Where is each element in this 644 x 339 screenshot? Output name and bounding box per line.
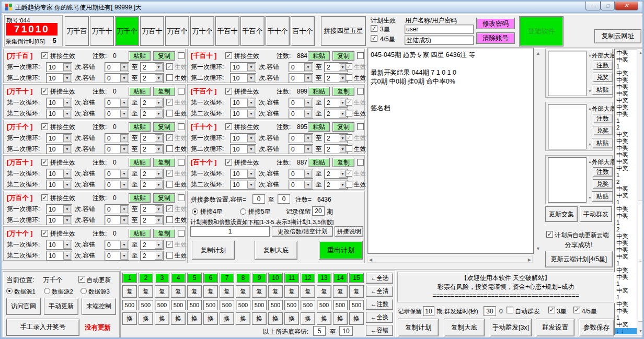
manual-entry-button[interactable]: 手工录入开奖号 xyxy=(6,319,79,336)
win-list-item[interactable]: 2 xyxy=(615,226,637,233)
chevron-down-icon[interactable]: ▼ xyxy=(63,241,71,249)
redeem-button[interactable]: 兑奖 xyxy=(593,73,613,82)
chevron-down-icon[interactable]: ▼ xyxy=(304,134,312,142)
chevron-down-icon[interactable]: ▼ xyxy=(63,145,71,153)
base-tol-to-input[interactable] xyxy=(339,326,353,336)
scrollbar-thumb[interactable]: ≡ xyxy=(638,201,643,322)
tolerance-to-select[interactable]: 2▼ xyxy=(140,98,164,108)
col-copy-button-2[interactable]: 复 xyxy=(139,285,153,298)
position-tab-6[interactable]: 千百十 xyxy=(215,16,239,46)
cycle-count-select[interactable]: 10▼ xyxy=(230,144,256,154)
login-status-field[interactable] xyxy=(405,36,474,45)
chevron-down-icon[interactable]: ▼ xyxy=(155,170,163,178)
copy-button[interactable]: 复制 xyxy=(153,229,175,238)
paste-button[interactable]: 粘贴 xyxy=(308,158,330,167)
panel-select-checkbox[interactable] xyxy=(178,123,185,130)
panel-select-checkbox[interactable] xyxy=(178,159,185,166)
col-swap-button-11[interactable]: 换 xyxy=(284,312,299,325)
cycle-count-select[interactable]: 10▼ xyxy=(46,180,72,190)
col-swap-button-14[interactable]: 换 xyxy=(333,312,348,325)
win-list-item[interactable]: 中奖 xyxy=(615,287,637,294)
send-delay-input[interactable] xyxy=(484,306,496,316)
col-copy-button-10[interactable]: 复 xyxy=(268,285,283,298)
manual-send-button[interactable]: 手动群发 xyxy=(580,206,612,222)
chevron-down-icon[interactable]: ▼ xyxy=(155,63,163,71)
splice-active-checkbox[interactable] xyxy=(225,52,232,59)
chevron-down-icon[interactable]: ▼ xyxy=(155,145,163,153)
copy-button[interactable]: 复制 xyxy=(153,193,175,203)
col-select-button-8[interactable]: 8 xyxy=(236,273,250,283)
paste-base-button[interactable]: 粘贴 xyxy=(592,191,613,202)
scroll-right-icon[interactable]: ▶ xyxy=(528,258,531,263)
chevron-down-icon[interactable]: ▼ xyxy=(63,181,71,189)
win-list-item[interactable]: 中奖 xyxy=(615,111,637,118)
cycle-count-select[interactable]: 10▼ xyxy=(46,144,72,154)
tolerance-to-select[interactable]: 2▼ xyxy=(140,109,164,119)
chevron-down-icon[interactable]: ▼ xyxy=(120,205,128,213)
cycle-count-select[interactable]: 10▼ xyxy=(46,169,72,179)
star3-checkbox[interactable] xyxy=(371,25,377,32)
chevron-down-icon[interactable]: ▼ xyxy=(247,134,255,142)
col-select-button-14[interactable]: 14 xyxy=(333,273,348,283)
paste-base-button[interactable]: 粘贴 xyxy=(592,138,613,148)
regenerate-plan-button[interactable]: 重出计划 xyxy=(319,241,363,260)
cycle-effective-checkbox[interactable] xyxy=(346,181,352,188)
splice4-radio[interactable] xyxy=(192,208,198,215)
tolerance-from-select[interactable]: 0▼ xyxy=(289,133,313,143)
send-star3-checkbox[interactable] xyxy=(548,307,555,313)
col-swap-button-8[interactable]: 换 xyxy=(236,312,250,325)
chevron-down-icon[interactable]: ▼ xyxy=(155,216,163,224)
cycle-count-select[interactable]: 10▼ xyxy=(46,109,72,119)
chevron-down-icon[interactable]: ▼ xyxy=(304,170,312,178)
cycle-count-select[interactable]: 10▼ xyxy=(46,98,72,108)
chevron-down-icon[interactable]: ▼ xyxy=(63,205,71,213)
col-copy-button-3[interactable]: 复 xyxy=(155,285,169,298)
col-swap-button-5[interactable]: 换 xyxy=(187,312,202,325)
win-list-item[interactable]: 中奖 xyxy=(615,253,637,260)
chevron-down-icon[interactable]: ▼ xyxy=(304,110,312,118)
col-copy-button-8[interactable]: 复 xyxy=(236,285,250,298)
panel-select-checkbox[interactable] xyxy=(357,159,364,166)
cycle-effective-checkbox[interactable] xyxy=(346,145,352,152)
col-select-button-7[interactable]: 7 xyxy=(220,273,234,283)
splice-active-checkbox[interactable] xyxy=(41,159,48,166)
change-multiplier-button[interactable]: 更改倍数/清空计划 xyxy=(272,226,333,237)
win-list-item[interactable]: 中奖 xyxy=(615,165,637,172)
col-select-button-6[interactable]: 6 xyxy=(203,273,218,283)
win-list-item[interactable]: 1 xyxy=(615,280,637,287)
count-zhushu-button[interactable]: 注数 xyxy=(593,61,613,70)
cycle-count-select[interactable]: 10▼ xyxy=(230,169,256,179)
col-select-button-12[interactable]: 12 xyxy=(301,273,315,283)
paste-base-button[interactable]: 粘贴 xyxy=(592,85,613,95)
record-keep-input[interactable] xyxy=(423,306,434,316)
col-stake-input-2[interactable] xyxy=(139,300,153,310)
tolerance-from-select[interactable]: 0▼ xyxy=(105,204,129,214)
cycle-effective-checkbox[interactable] xyxy=(166,99,173,106)
login-button[interactable]: 登陆软件 xyxy=(519,16,564,46)
chevron-down-icon[interactable]: ▼ xyxy=(155,74,163,82)
win-list-item[interactable]: 中奖 xyxy=(615,247,637,253)
paste-button[interactable]: 粘贴 xyxy=(129,122,151,132)
splice-active-checkbox[interactable] xyxy=(41,52,48,59)
username-input[interactable] xyxy=(405,25,474,34)
visit-site-button[interactable]: 访问官网 xyxy=(6,298,41,315)
splice-active-checkbox[interactable] xyxy=(41,88,48,95)
win-list-item[interactable]: 中奖 xyxy=(615,138,637,145)
col-copy-button-7[interactable]: 复 xyxy=(220,285,234,298)
cycle-effective-checkbox[interactable] xyxy=(166,216,173,223)
col-stake-input-7[interactable] xyxy=(220,300,234,310)
chevron-down-icon[interactable]: ▼ xyxy=(120,170,128,178)
scroll-left-icon[interactable]: ◀ xyxy=(369,258,372,263)
win-list-item[interactable]: 中奖 xyxy=(615,321,637,328)
col-swap-button-3[interactable]: 换 xyxy=(155,312,169,325)
paste-button[interactable]: 粘贴 xyxy=(129,193,151,203)
win-list-item[interactable]: 中奖 xyxy=(615,151,637,158)
col-swap-button-10[interactable]: 换 xyxy=(268,312,283,325)
win-list-item[interactable]: 中奖 xyxy=(615,90,637,97)
chevron-down-icon[interactable]: ▼ xyxy=(155,181,163,189)
col-swap-button-7[interactable]: 换 xyxy=(220,312,234,325)
win-list-item[interactable]: 1 xyxy=(615,314,637,321)
copy-button[interactable]: 复制 xyxy=(153,122,175,132)
win-list-item[interactable]: 中奖 xyxy=(615,77,637,84)
cycle-count-select[interactable]: 10▼ xyxy=(46,204,72,214)
